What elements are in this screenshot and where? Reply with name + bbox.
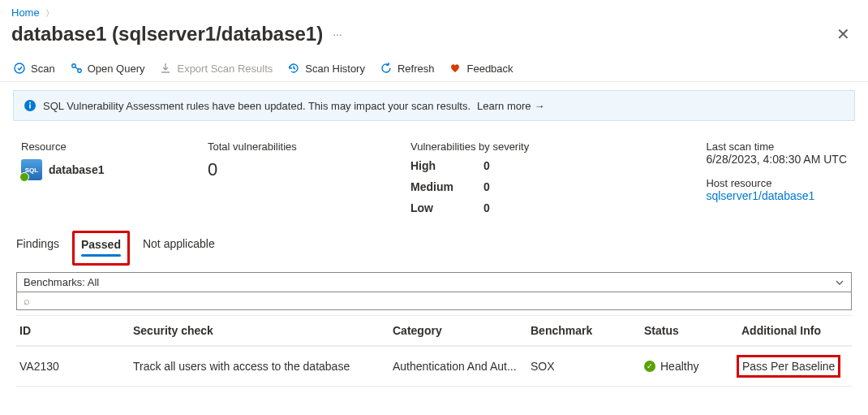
cell-security-check: Track all users with access to the datab… xyxy=(133,360,393,373)
col-id[interactable]: ID xyxy=(19,324,133,337)
col-category[interactable]: Category xyxy=(393,324,531,337)
healthy-icon: ✓ xyxy=(644,361,655,372)
history-label: Scan History xyxy=(305,63,365,75)
benchmarks-filter-text: Benchmarks: All xyxy=(24,276,99,288)
svg-point-5 xyxy=(29,102,31,104)
toolbar: Scan Open Query Export Scan Results Scan… xyxy=(0,55,868,82)
query-icon xyxy=(70,62,83,75)
sev-med-value: 0 xyxy=(483,180,532,193)
export-button: Export Scan Results xyxy=(159,62,273,75)
highlight-additional-info: Pass Per Baseline xyxy=(737,355,840,378)
last-scan-label: Last scan time xyxy=(706,140,847,153)
resource-label: Resource xyxy=(21,140,167,153)
last-scan-value: 6/28/2023, 4:08:30 AM UTC xyxy=(706,153,847,166)
refresh-button[interactable]: Refresh xyxy=(380,62,435,75)
highlight-passed-tab: Passed xyxy=(72,231,130,266)
refresh-icon xyxy=(380,62,393,75)
resource-name: database1 xyxy=(49,163,104,176)
refresh-label: Refresh xyxy=(397,63,435,75)
history-button[interactable]: Scan History xyxy=(287,62,365,75)
scan-label: Scan xyxy=(31,63,55,75)
sev-high-value: 0 xyxy=(483,159,532,172)
cell-category: Authentication And Aut... xyxy=(393,360,531,373)
tab-not-applicable[interactable]: Not applicable xyxy=(141,232,217,264)
cell-benchmark: SOX xyxy=(531,360,644,373)
table-header: ID Security check Category Benchmark Sta… xyxy=(16,316,852,347)
sev-low-value: 0 xyxy=(483,201,532,214)
tabs: Findings Passed Not applicable xyxy=(0,229,868,264)
tab-passed[interactable]: Passed xyxy=(79,233,122,263)
results-table: ID Security check Category Benchmark Sta… xyxy=(16,315,852,387)
cell-status: ✓ Healthy xyxy=(644,360,741,373)
svg-point-0 xyxy=(15,63,24,73)
search-input[interactable]: ⌕ xyxy=(16,292,852,310)
chevron-right-icon: 〉 xyxy=(45,8,54,18)
benchmarks-filter[interactable]: Benchmarks: All xyxy=(16,272,852,292)
tab-findings[interactable]: Findings xyxy=(15,232,61,264)
open-query-label: Open Query xyxy=(88,63,145,75)
heart-icon xyxy=(449,62,462,75)
col-additional-info[interactable]: Additional Info xyxy=(741,324,855,337)
open-query-button[interactable]: Open Query xyxy=(70,62,145,75)
more-icon[interactable]: ··· xyxy=(333,28,342,41)
info-icon xyxy=(24,99,37,112)
title-row: database1 (sqlserver1/database1) ··· ✕ xyxy=(0,23,868,55)
sev-label: Vulnerabilities by severity xyxy=(410,140,621,153)
table-row[interactable]: VA2130 Track all users with access to th… xyxy=(16,347,852,387)
search-icon: ⌕ xyxy=(24,295,30,307)
svg-rect-4 xyxy=(29,105,31,109)
scan-icon xyxy=(13,62,26,75)
page-title: database1 (sqlserver1/database1) xyxy=(11,23,323,45)
feedback-button[interactable]: Feedback xyxy=(449,62,513,75)
download-icon xyxy=(159,62,172,75)
col-status[interactable]: Status xyxy=(644,324,741,337)
col-security-check[interactable]: Security check xyxy=(133,324,393,337)
breadcrumb: Home 〉 xyxy=(0,0,868,23)
breadcrumb-home[interactable]: Home xyxy=(11,6,40,19)
cell-id: VA2130 xyxy=(19,360,133,373)
info-learn-more-link[interactable]: Learn more→ xyxy=(477,100,544,112)
sev-high-label: High xyxy=(410,159,483,172)
arrow-right-icon: → xyxy=(535,100,545,112)
total-vuln-value: 0 xyxy=(208,159,370,180)
host-link[interactable]: sqlserver1/database1 xyxy=(706,189,847,202)
col-benchmark[interactable]: Benchmark xyxy=(531,324,644,337)
info-text: SQL Vulnerability Assessment rules have … xyxy=(43,100,471,112)
chevron-down-icon xyxy=(835,278,844,287)
host-label: Host resource xyxy=(706,177,847,189)
sev-low-label: Low xyxy=(410,201,483,214)
info-bar: SQL Vulnerability Assessment rules have … xyxy=(13,90,855,121)
cell-additional-info: Pass Per Baseline xyxy=(741,355,855,378)
sql-database-icon: SQL xyxy=(21,159,42,180)
feedback-label: Feedback xyxy=(466,63,513,75)
export-label: Export Scan Results xyxy=(177,63,273,75)
total-vuln-label: Total vulnerabilities xyxy=(208,140,370,153)
sev-med-label: Medium xyxy=(410,180,483,193)
close-icon[interactable]: ✕ xyxy=(830,23,857,45)
stats-panel: Resource SQL database1 Total vulnerabili… xyxy=(0,129,868,229)
history-icon xyxy=(287,62,300,75)
scan-button[interactable]: Scan xyxy=(13,62,55,75)
